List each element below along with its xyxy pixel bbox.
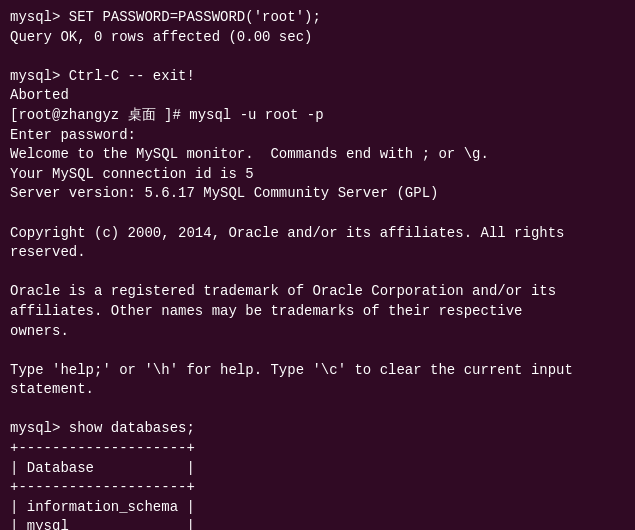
- line-welcome: Welcome to the MySQL monitor. Commands e…: [10, 146, 489, 162]
- line-table-border-1: +--------------------+: [10, 440, 195, 456]
- line-query-ok: Query OK, 0 rows affected (0.00 sec): [10, 29, 312, 45]
- line-show-databases-cmd: mysql> show databases;: [10, 420, 195, 436]
- terminal-window: mysql> SET PASSWORD=PASSWORD('root'); Qu…: [0, 0, 635, 530]
- line-table-border-2: +--------------------+: [10, 479, 195, 495]
- line-ctrl-c: mysql> Ctrl-C -- exit!: [10, 68, 195, 84]
- line-server-version: Server version: 5.6.17 MySQL Community S…: [10, 185, 438, 201]
- line-affiliates: affiliates. Other names may be trademark…: [10, 303, 522, 319]
- line-connection-id: Your MySQL connection id is 5: [10, 166, 254, 182]
- line-help-hint: Type 'help;' or '\h' for help. Type '\c'…: [10, 362, 581, 398]
- line-table-header: | Database |: [10, 460, 195, 476]
- line-owners: owners.: [10, 323, 69, 339]
- line-set-password: mysql> SET PASSWORD=PASSWORD('root');: [10, 9, 321, 25]
- line-aborted: Aborted: [10, 87, 69, 103]
- line-copyright: Copyright (c) 2000, 2014, Oracle and/or …: [10, 225, 573, 261]
- line-login-cmd: [root@zhangyz 桌面 ]# mysql -u root -p: [10, 107, 324, 123]
- terminal-output: mysql> SET PASSWORD=PASSWORD('root'); Qu…: [10, 8, 625, 530]
- line-db-information-schema: | information_schema |: [10, 499, 195, 515]
- line-oracle-trademark: Oracle is a registered trademark of Orac…: [10, 283, 556, 299]
- line-enter-pwd: Enter password:: [10, 127, 136, 143]
- line-db-mysql: | mysql |: [10, 518, 195, 530]
